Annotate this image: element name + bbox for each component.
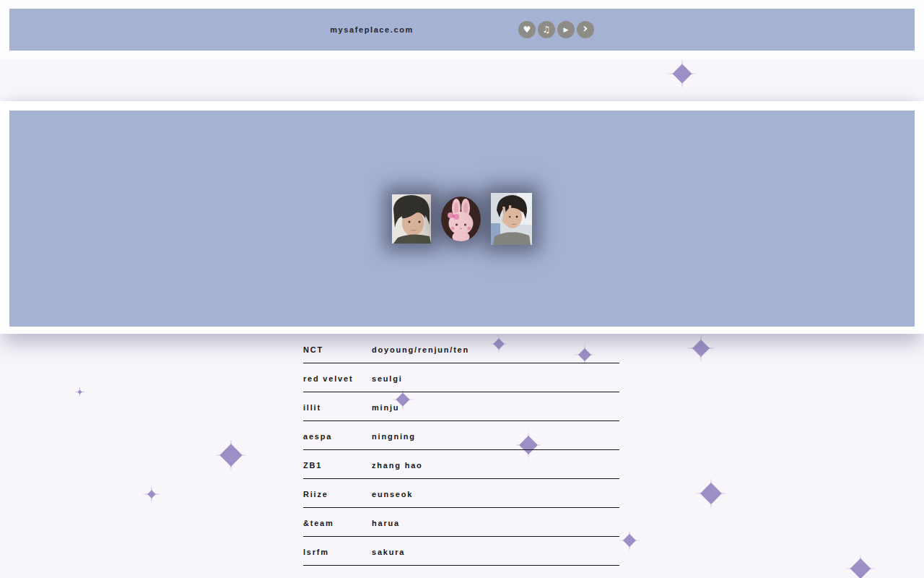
- topbar-buttons: ♥ ♫ ▶ ›: [518, 21, 594, 38]
- next-button[interactable]: ›: [577, 21, 594, 38]
- member-name: sakura: [372, 548, 405, 556]
- member-name: harua: [372, 519, 400, 527]
- group-name: lsrfm: [303, 548, 372, 556]
- member-name: eunseok: [372, 490, 413, 499]
- member-name: doyoung/renjun/ten: [372, 345, 469, 354]
- bias-row: Riize eunseok: [303, 479, 619, 508]
- group-name: ZB1: [303, 461, 372, 470]
- group-name: aespa: [303, 432, 372, 441]
- next-icon: ›: [583, 22, 588, 35]
- lavender-band: [0, 59, 924, 101]
- member-name: zhang hao: [372, 461, 423, 470]
- group-name: &team: [303, 519, 372, 527]
- bias-row: red velvet seulgi: [303, 363, 619, 392]
- group-name: red velvet: [303, 374, 372, 383]
- member-name: ningning: [372, 432, 416, 441]
- hero-blue-panel: [9, 111, 915, 327]
- group-name: illit: [303, 403, 372, 412]
- selfie-peace-image: [491, 193, 532, 245]
- selfie-left-image: [392, 194, 431, 243]
- bias-row: lsrfm sakura: [303, 537, 619, 566]
- page: mysafeplace.com ♥ ♫ ▶ ›: [0, 0, 924, 578]
- music-icon: ♫: [542, 25, 550, 34]
- bias-table: NCT doyoung/renjun/ten red velvet seulgi…: [303, 335, 619, 566]
- member-name: seulgi: [372, 374, 403, 383]
- top-bar: mysafeplace.com ♥ ♫ ▶ ›: [9, 9, 915, 51]
- bunny-plush-image: [441, 197, 481, 241]
- bias-row: aespa ningning: [303, 421, 619, 450]
- photo-selfie-left: [392, 194, 431, 243]
- bias-row: illit minju: [303, 392, 619, 421]
- bias-row: NCT doyoung/renjun/ten: [303, 335, 619, 363]
- heart-icon: ♥: [523, 25, 531, 34]
- bias-row: &team harua: [303, 508, 619, 537]
- group-name: NCT: [303, 345, 372, 354]
- play-button[interactable]: ▶: [557, 21, 575, 38]
- music-button[interactable]: ♫: [538, 21, 555, 38]
- play-icon: ▶: [563, 26, 568, 33]
- heart-button[interactable]: ♥: [518, 21, 536, 38]
- group-name: Riize: [303, 490, 372, 499]
- bias-row: ZB1 zhang hao: [303, 450, 619, 479]
- site-domain: mysafeplace.com: [330, 25, 414, 34]
- photo-bunny-plush: [441, 197, 481, 241]
- hero-card: [0, 101, 924, 334]
- photo-selfie-peace: [491, 193, 532, 245]
- member-name: minju: [372, 403, 399, 412]
